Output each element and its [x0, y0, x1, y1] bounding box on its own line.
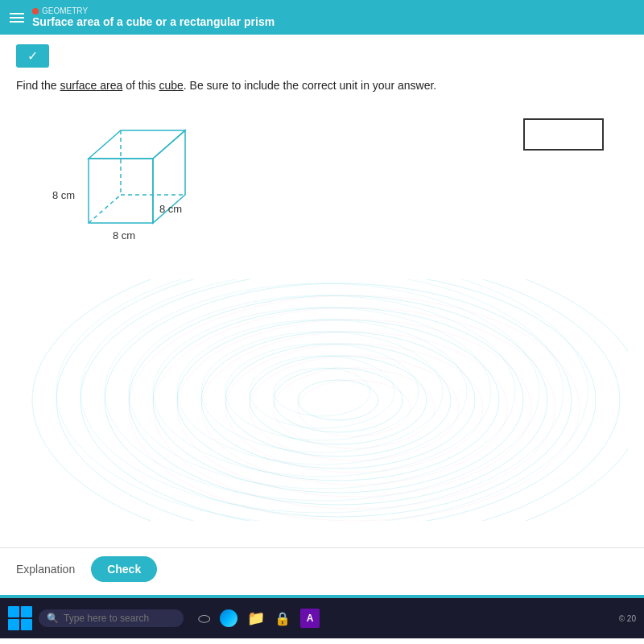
app-header: GEOMETRY Surface area of a cube or a rec…	[0, 0, 644, 35]
answer-input[interactable]	[528, 127, 599, 142]
task-view-icon[interactable]: ⬭	[198, 610, 210, 627]
subject-dot	[32, 8, 39, 14]
menu-icon[interactable]	[10, 13, 24, 23]
main-content: ✓ Find the surface area of this cube. Be…	[0, 35, 644, 530]
copyright-text: © 20	[619, 614, 636, 623]
svg-line-3	[89, 195, 121, 223]
svg-point-28	[298, 380, 411, 436]
svg-point-24	[129, 295, 515, 489]
start-button[interactable]	[8, 606, 32, 630]
question-text: Find the surface area of this cube. Be s…	[16, 77, 628, 94]
answer-area	[523, 118, 604, 151]
problem-area: 8 cm 8 cm 8 cm	[16, 110, 628, 263]
svg-point-15	[80, 279, 596, 521]
wavy-background	[16, 279, 628, 521]
explanation-link[interactable]: Explanation	[16, 563, 75, 576]
search-icon: 🔍	[47, 613, 59, 624]
taskbar-icons: ⬭ 📁 🔒 A	[198, 609, 320, 628]
header-text: GEOMETRY Surface area of a cube or a rec…	[32, 6, 275, 28]
svg-point-6	[298, 380, 378, 420]
svg-point-16	[56, 279, 620, 521]
svg-marker-1	[89, 130, 185, 159]
taskbar-search[interactable]: 🔍	[39, 609, 184, 627]
bottom-bar: Explanation Check	[0, 547, 644, 590]
svg-point-22	[177, 320, 467, 464]
answer-box	[523, 118, 604, 151]
svg-point-32	[201, 332, 507, 485]
svg-point-31	[225, 344, 483, 473]
content-wrapper: ✓ Find the surface area of this cube. Be…	[0, 35, 644, 638]
svg-point-13	[129, 295, 547, 505]
svg-point-14	[105, 283, 572, 517]
svg-point-18	[274, 368, 370, 416]
edge-browser-icon[interactable]	[220, 609, 237, 627]
taskbar: 🔍 ⬭ 📁 🔒 A © 20	[0, 598, 644, 638]
question-suffix: . Be sure to include the correct unit in…	[184, 79, 436, 92]
search-input[interactable]	[64, 613, 168, 624]
dim-label-right: 8 cm	[159, 203, 182, 215]
cube-container: 8 cm 8 cm 8 cm	[40, 118, 217, 263]
wave-svg	[16, 279, 628, 521]
dropdown-button[interactable]: ✓	[16, 44, 49, 68]
dim-label-left: 8 cm	[52, 189, 75, 201]
question-prefix: Find the	[16, 79, 60, 92]
check-button[interactable]: Check	[91, 556, 157, 582]
svg-point-23	[153, 308, 491, 477]
svg-point-34	[153, 308, 555, 509]
app-icon-purple[interactable]: A	[300, 609, 320, 628]
subject-label: GEOMETRY	[32, 6, 275, 15]
svg-point-21	[201, 332, 443, 452]
svg-point-19	[250, 356, 394, 428]
folder-icon[interactable]: 📁	[247, 609, 265, 627]
svg-point-7	[274, 368, 402, 432]
svg-point-12	[153, 308, 523, 493]
question-term1: surface area	[60, 79, 122, 92]
svg-point-30	[250, 356, 459, 460]
svg-point-27	[56, 279, 588, 521]
question-middle: of this	[122, 79, 159, 92]
lock-icon[interactable]: 🔒	[275, 611, 291, 626]
page-title: Surface area of a cube or a rectangular …	[32, 15, 275, 28]
dim-label-bottom: 8 cm	[113, 229, 135, 242]
question-term2: cube	[159, 79, 183, 92]
